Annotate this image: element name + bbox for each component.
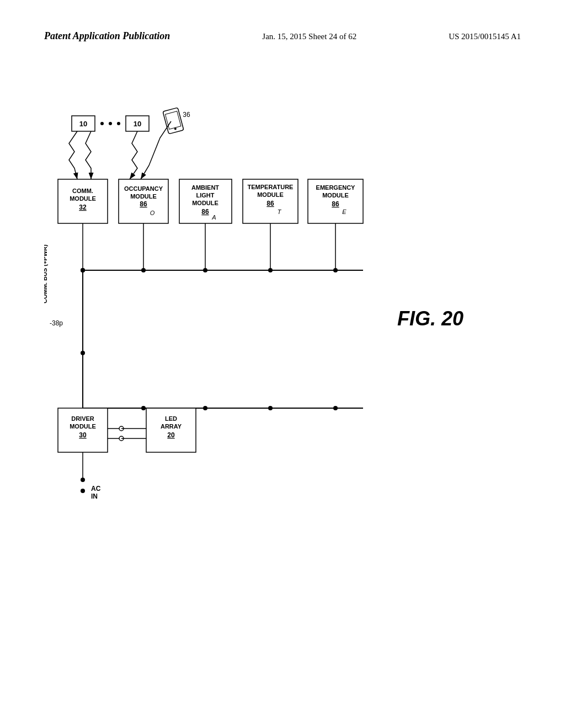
svg-point-6 <box>117 122 120 125</box>
svg-text:MODULE: MODULE <box>130 193 157 200</box>
svg-text:EMERGENCY: EMERGENCY <box>316 184 356 191</box>
svg-text:IN: IN <box>91 493 98 500</box>
svg-point-48 <box>333 268 338 272</box>
svg-text:TEMPERATURE: TEMPERATURE <box>248 184 294 190</box>
publication-title: Patent Application Publication <box>44 30 170 42</box>
svg-text:OCCUPANCY: OCCUPANCY <box>124 185 163 192</box>
svg-point-4 <box>100 122 104 125</box>
svg-text:86: 86 <box>201 208 209 216</box>
svg-text:A: A <box>211 214 216 221</box>
svg-rect-66 <box>146 408 196 452</box>
svg-point-44 <box>203 268 207 272</box>
svg-text:COMM.: COMM. <box>72 188 93 194</box>
svg-text:86: 86 <box>140 200 147 208</box>
svg-point-46 <box>268 268 273 272</box>
svg-text:AC: AC <box>91 485 101 493</box>
patent-number: US 2015/0015145 A1 <box>449 32 521 41</box>
svg-text:MODULE: MODULE <box>70 195 96 202</box>
svg-text:MODULE: MODULE <box>322 192 349 199</box>
svg-rect-62 <box>58 408 108 452</box>
svg-text:36: 36 <box>183 111 190 119</box>
svg-text:ARRAY: ARRAY <box>161 423 182 430</box>
svg-point-77 <box>81 478 85 482</box>
svg-text:20: 20 <box>167 431 175 439</box>
svg-text:DRIVER: DRIVER <box>71 415 94 422</box>
svg-text:E: E <box>342 208 347 215</box>
svg-text:LED: LED <box>165 415 177 422</box>
svg-text:30: 30 <box>79 431 87 439</box>
svg-point-55 <box>203 406 207 410</box>
svg-text:MODULE: MODULE <box>257 191 284 198</box>
svg-point-56 <box>268 406 273 410</box>
svg-text:AMBIENT: AMBIENT <box>191 184 219 191</box>
svg-text:MODULE: MODULE <box>192 200 218 206</box>
svg-point-61 <box>81 351 85 355</box>
svg-point-57 <box>333 406 338 410</box>
svg-text:-38p: -38p <box>50 319 63 327</box>
page-header: Patent Application Publication Jan. 15, … <box>0 30 565 42</box>
svg-text:LIGHT: LIGHT <box>196 192 215 199</box>
diagram-area: 10 10 36 COMM. MODULE 32 OCCUPANCY MODUL… <box>44 88 519 667</box>
svg-point-42 <box>141 268 146 272</box>
svg-text:10: 10 <box>79 120 87 128</box>
svg-text:32: 32 <box>79 204 87 211</box>
svg-point-80 <box>81 489 85 493</box>
svg-text:COMM. BUS (+PWR): COMM. BUS (+PWR) <box>44 244 48 303</box>
sheet-info: Jan. 15, 2015 Sheet 24 of 62 <box>262 32 356 41</box>
svg-point-52 <box>81 268 85 272</box>
svg-text:O: O <box>150 210 155 216</box>
svg-text:86: 86 <box>266 200 274 207</box>
svg-text:86: 86 <box>332 200 339 208</box>
svg-text:FIG. 20: FIG. 20 <box>397 307 463 330</box>
svg-point-5 <box>109 122 112 125</box>
svg-text:10: 10 <box>134 120 141 128</box>
svg-rect-9 <box>163 108 184 134</box>
svg-text:MODULE: MODULE <box>70 423 96 430</box>
svg-point-54 <box>141 406 146 410</box>
